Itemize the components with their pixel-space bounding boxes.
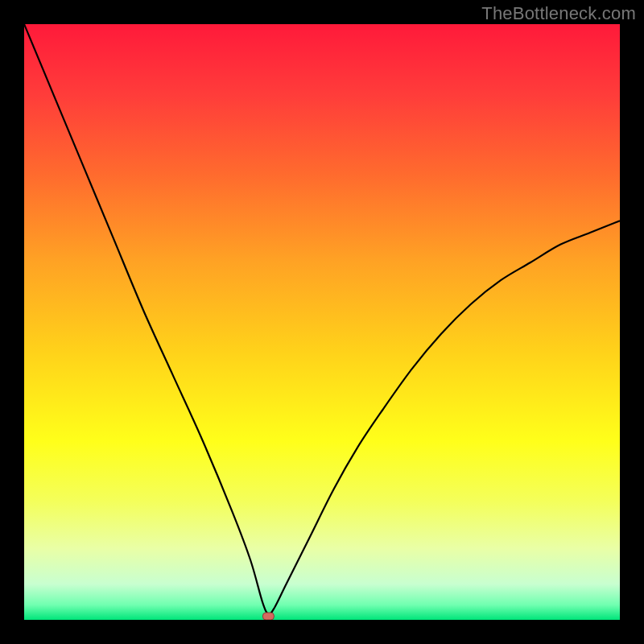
chart-frame: TheBottleneck.com — [0, 0, 644, 644]
gradient-background — [24, 24, 620, 620]
plot-area — [24, 24, 620, 620]
optimum-marker — [262, 613, 274, 620]
watermark-text: TheBottleneck.com — [481, 3, 636, 24]
bottleneck-chart — [24, 24, 620, 620]
